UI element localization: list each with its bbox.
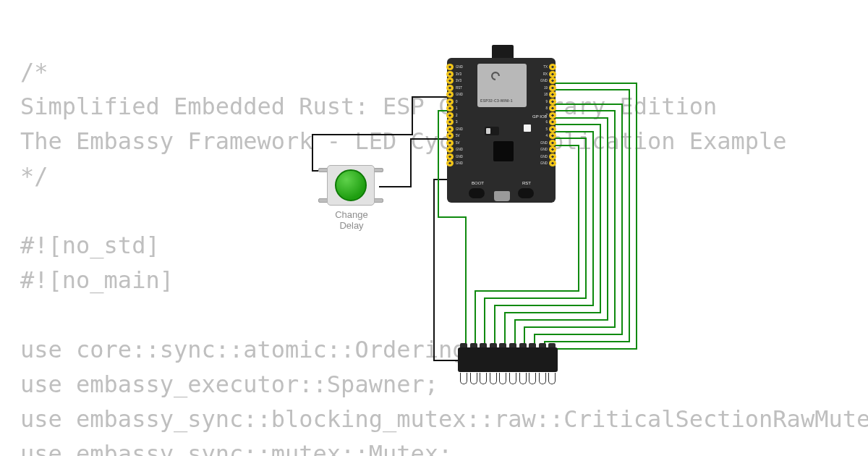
pin: [549, 126, 556, 132]
pin: [549, 160, 556, 166]
esp-rst-label: RST: [522, 181, 531, 185]
pin: [549, 77, 556, 84]
pin: [549, 91, 556, 98]
esp-mcu-chip: [493, 141, 514, 161]
espressif-logo-icon: [489, 69, 502, 83]
pin: [446, 126, 454, 132]
pin: [446, 153, 454, 160]
led-bar-bottom-pins: [460, 373, 556, 384]
pin: [549, 140, 556, 146]
push-button-label: Change Delay: [324, 210, 379, 232]
wire-black-btn-top: [312, 97, 447, 171]
pin: [446, 77, 454, 84]
esp-pins-left: [446, 64, 454, 166]
pin: [549, 85, 556, 91]
pin: [446, 64, 454, 70]
wire-black-ledbar-gnd: [434, 180, 463, 360]
pin: [446, 112, 454, 119]
pin: [549, 71, 556, 77]
pin: [549, 112, 556, 119]
esp-pin-labels-right: TXRXGND1918987654GNDGNDGNDGND: [537, 64, 548, 167]
pin: [549, 132, 556, 139]
pin: [446, 105, 454, 111]
pin: [549, 146, 556, 153]
esp-rst-button[interactable]: [518, 188, 534, 198]
push-button-label-line2: Delay: [339, 220, 363, 231]
push-button[interactable]: [335, 169, 367, 201]
pin: [549, 98, 556, 105]
pin: [549, 119, 556, 125]
circuit-diagram: ESP32-C3-MINI-1 GP IO8 BOOT RST GND3V33V…: [0, 0, 868, 456]
push-button-pin: [373, 168, 383, 172]
esp-usb-port: [494, 191, 510, 201]
push-button-pin: [373, 198, 383, 203]
pin: [446, 85, 454, 91]
pin: [446, 132, 454, 139]
esp-onboard-led: [524, 124, 531, 132]
pin: [446, 71, 454, 77]
esp-shield-label: ESP32-C3-MINI-1: [480, 98, 513, 103]
pin: [549, 153, 556, 160]
wire-green-2: [545, 90, 629, 347]
pin: [549, 64, 556, 70]
wire-black-btn-bottom: [379, 139, 447, 187]
pin: [446, 160, 454, 166]
pin: [446, 91, 454, 98]
pin: [549, 105, 556, 111]
pin: [446, 98, 454, 105]
led-bar-graph[interactable]: [458, 347, 558, 372]
pin: [446, 146, 454, 153]
esp-dip-switch: [485, 127, 499, 135]
wires: [0, 0, 868, 456]
esp-boot-button[interactable]: [469, 188, 485, 198]
pin: [446, 140, 454, 146]
esp-pin-labels-left: GND3V33V3RSTGND0123GND5V5VGNDGNDGND: [456, 64, 463, 167]
wire-green-1: [554, 83, 637, 349]
pin: [446, 119, 454, 125]
push-button-label-line1: Change: [335, 209, 368, 220]
esp-pins-right: [549, 64, 556, 166]
esp-boot-label: BOOT: [472, 181, 484, 185]
